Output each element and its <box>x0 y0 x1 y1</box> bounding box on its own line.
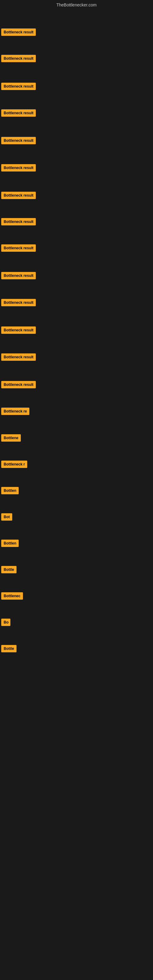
bottleneck-item[interactable]: Bottlen <box>1 487 19 495</box>
bottleneck-item[interactable]: Bottleneck result <box>1 299 36 307</box>
bottleneck-badge[interactable]: Bottlen <box>1 539 19 547</box>
bottleneck-badge[interactable]: Bottleneck re <box>1 407 29 415</box>
bottleneck-item[interactable]: Bot <box>1 513 12 522</box>
bottleneck-item[interactable]: Bottleneck result <box>1 55 36 64</box>
bottleneck-badge[interactable]: Bottlene <box>1 434 21 442</box>
bottleneck-badge[interactable]: Bottleneck result <box>1 137 36 144</box>
bottleneck-list: Bottleneck resultBottleneck resultBottle… <box>0 11 153 685</box>
bottleneck-item[interactable]: Bottlene <box>1 434 21 443</box>
bottleneck-badge[interactable]: Bottlen <box>1 487 19 494</box>
bottleneck-badge[interactable]: Bot <box>1 513 12 520</box>
bottleneck-badge[interactable]: Bottleneck r <box>1 461 27 468</box>
bottleneck-badge[interactable]: Bottleneck result <box>1 83 36 90</box>
bottleneck-badge[interactable]: Bottleneck result <box>1 192 36 199</box>
bottleneck-badge[interactable]: Bottlenec <box>1 592 23 600</box>
bottleneck-item[interactable]: Bottleneck result <box>1 272 36 280</box>
bottleneck-badge[interactable]: Bottleneck result <box>1 353 36 361</box>
bottleneck-item[interactable]: Bottleneck re <box>1 407 29 416</box>
bottleneck-badge[interactable]: Bottleneck result <box>1 272 36 279</box>
bottleneck-item[interactable]: Bottleneck result <box>1 381 36 390</box>
bottleneck-badge[interactable]: Bottleneck result <box>1 326 36 334</box>
bottleneck-badge[interactable]: Bottleneck result <box>1 109 36 117</box>
bottleneck-badge[interactable]: Bottleneck result <box>1 381 36 388</box>
site-header: TheBottlenecker.com <box>0 0 153 11</box>
bottleneck-badge[interactable]: Bottleneck result <box>1 164 36 172</box>
bottleneck-badge[interactable]: Bottleneck result <box>1 29 36 36</box>
bottleneck-item[interactable]: Bottlenec <box>1 592 23 601</box>
bottleneck-item[interactable]: Bottleneck result <box>1 109 36 118</box>
bottleneck-item[interactable]: Bottleneck result <box>1 326 36 335</box>
bottleneck-item[interactable]: Bottle <box>1 566 16 574</box>
bottleneck-item[interactable]: Bottleneck result <box>1 164 36 173</box>
bottleneck-badge[interactable]: Bottleneck result <box>1 244 36 252</box>
bottleneck-item[interactable]: Bottleneck result <box>1 353 36 362</box>
bottleneck-item[interactable]: Bottle <box>1 645 16 654</box>
bottleneck-item[interactable]: Bottleneck result <box>1 218 36 227</box>
bottleneck-item[interactable]: Bottlen <box>1 539 19 548</box>
bottleneck-item[interactable]: Bo <box>1 619 10 627</box>
bottleneck-item[interactable]: Bottleneck result <box>1 192 36 200</box>
bottleneck-badge[interactable]: Bottle <box>1 566 16 573</box>
bottleneck-item[interactable]: Bottleneck result <box>1 244 36 253</box>
bottleneck-badge[interactable]: Bo <box>1 619 10 626</box>
bottleneck-badge[interactable]: Bottleneck result <box>1 55 36 62</box>
bottleneck-badge[interactable]: Bottle <box>1 645 16 652</box>
bottleneck-badge[interactable]: Bottleneck result <box>1 218 36 225</box>
bottleneck-item[interactable]: Bottleneck result <box>1 83 36 91</box>
bottleneck-item[interactable]: Bottleneck result <box>1 137 36 145</box>
bottleneck-item[interactable]: Bottleneck result <box>1 29 36 37</box>
bottleneck-item[interactable]: Bottleneck r <box>1 461 27 469</box>
bottleneck-badge[interactable]: Bottleneck result <box>1 299 36 306</box>
site-title: TheBottlenecker.com <box>56 2 97 7</box>
